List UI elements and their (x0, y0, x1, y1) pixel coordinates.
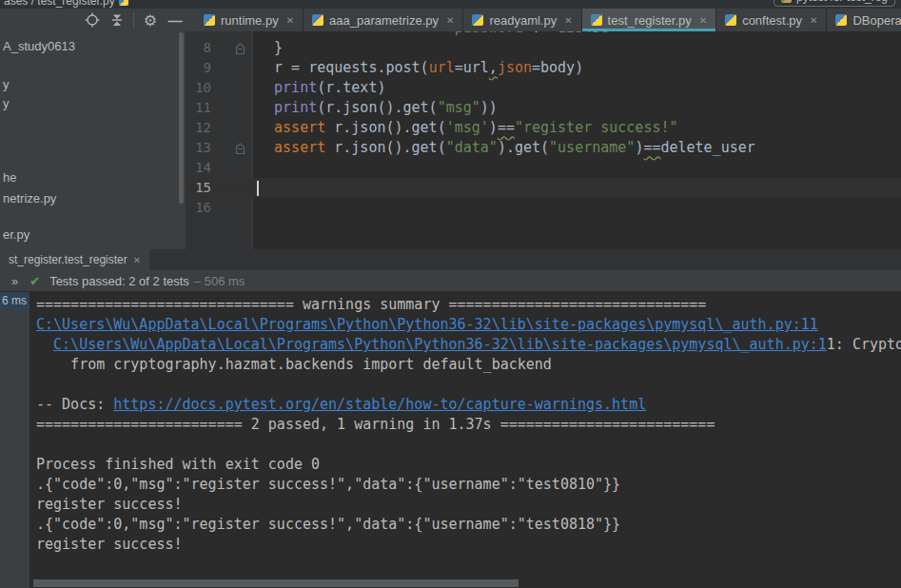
code-line[interactable]: 13 assert r.json().get("data").get("user… (186, 138, 901, 158)
chevrons-icon[interactable]: » (11, 274, 16, 288)
code-segment: )) (480, 99, 498, 116)
code-segment: "register success!" (515, 119, 678, 136)
code-text[interactable] (253, 178, 259, 198)
code-text[interactable] (253, 198, 257, 218)
console-text: register success! (36, 536, 183, 553)
gutter-cell[interactable]: 13 (186, 138, 253, 158)
console-output[interactable]: ============================== warnings … (29, 292, 901, 588)
tree-item[interactable]: netrize.py (3, 191, 56, 206)
close-icon[interactable]: ✕ (810, 15, 817, 26)
code-segment: (r.json().get( (317, 99, 437, 116)
tree-item[interactable]: y (3, 96, 10, 110)
close-icon[interactable]: ✕ (564, 15, 572, 26)
gutter-cell[interactable]: 8 (186, 38, 253, 58)
code-segment: ).get( (498, 139, 549, 156)
editor-tab-conftest-py[interactable]: conftest.py✕ (716, 9, 827, 31)
code-line[interactable]: 12 assert r.json().get('msg')=="register… (186, 118, 901, 138)
code-segment: =body) (532, 59, 583, 76)
code-segment (257, 31, 446, 36)
fold-marker-icon[interactable] (235, 142, 245, 159)
close-icon[interactable]: ✕ (133, 255, 141, 265)
code-text[interactable] (253, 158, 257, 178)
editor-tab-readyaml-py[interactable]: readyaml.py✕ (463, 9, 581, 31)
code-line[interactable]: 16 (186, 198, 901, 218)
code-text[interactable]: print(r.json().get("msg")) (253, 98, 498, 118)
console-line: .{"code":0,"msg":"register success!","da… (36, 515, 901, 535)
test-session-tab[interactable]: st_register.test_register ✕ (0, 249, 149, 270)
close-icon[interactable]: ✕ (446, 15, 454, 26)
close-icon[interactable]: ✕ (286, 15, 294, 26)
console-line: register success! (36, 495, 901, 515)
gutter-cell[interactable]: 9 (186, 58, 253, 78)
close-icon[interactable]: ✕ (699, 15, 707, 26)
code-text[interactable]: print(r.text) (253, 78, 385, 98)
python-file-icon (119, 0, 128, 6)
editor-tab-runtime-py[interactable]: runtime.py✕ (195, 9, 304, 31)
code-segment: "123456" (549, 31, 617, 36)
fold-marker-icon[interactable] (235, 42, 245, 59)
project-scrollbar[interactable] (179, 32, 184, 204)
code-line[interactable]: 8 } (186, 38, 901, 58)
code-line[interactable]: 9 r = requests.post(url=url,json=body) (186, 58, 901, 78)
code-segment (257, 99, 274, 116)
test-duration-item[interactable]: 6 ms (0, 292, 29, 310)
line-number: 15 (195, 178, 211, 198)
code-text[interactable]: "password": "123456" (253, 31, 617, 38)
line-number: 16 (195, 198, 211, 218)
python-file-icon (591, 14, 602, 26)
tree-item[interactable]: er.py (3, 227, 29, 242)
code-text[interactable]: r = requests.post(url=url,json=body) (253, 58, 583, 78)
code-text[interactable]: } (253, 38, 283, 58)
gutter-cell[interactable]: 12 (186, 118, 253, 138)
locate-icon[interactable] (80, 10, 105, 30)
breadcrumb[interactable]: ases / test_register.py (4, 0, 128, 9)
console-text: 1: Crypto (827, 336, 901, 353)
console-line: Process finished with exit code 0 (36, 455, 901, 475)
console-link[interactable]: https://docs.pytest.org/en/stable/how-to… (113, 396, 646, 413)
code-line[interactable]: 15 (186, 178, 901, 198)
console-horizontal-scrollbar[interactable] (33, 579, 519, 587)
code-text[interactable]: assert r.json().get('msg')=="register su… (253, 118, 678, 138)
console-link[interactable]: C:\Users\Wu\AppData\Local\Programs\Pytho… (36, 316, 818, 333)
gutter-cell (186, 31, 253, 38)
hide-panel-icon[interactable]: — (163, 10, 187, 30)
code-segment: r.json().get( (334, 119, 445, 136)
console-line: C:\Users\Wu\AppData\Local\Programs\Pytho… (36, 335, 901, 355)
tree-item[interactable]: y (3, 77, 10, 91)
gutter-cell[interactable]: 15 (186, 178, 253, 198)
code-line[interactable]: 11 print(r.json().get("msg")) (186, 98, 901, 118)
code-segment: "username" (549, 139, 635, 156)
python-file-icon (835, 14, 847, 26)
code-text[interactable]: assert r.json().get("data").get("usernam… (253, 138, 755, 158)
code-segment: : (532, 31, 549, 36)
run-configuration-selector[interactable]: pytest for test_reg (774, 0, 895, 7)
code-line[interactable]: 14 (186, 158, 901, 178)
code-segment: r.json().get( (334, 139, 445, 156)
code-line-partial[interactable]: "password": "123456" (186, 31, 901, 38)
test-tree-column[interactable]: 6 ms (0, 292, 29, 588)
project-tree[interactable]: A_study0613yyhenetrize.pyer.py (0, 31, 186, 249)
console-text (36, 336, 53, 353)
console-line: from cryptography.hazmat.backends import… (36, 355, 901, 375)
code-segment: =url (455, 59, 489, 76)
code-segment: } (257, 39, 283, 56)
tree-item[interactable]: A_study0613 (3, 39, 75, 53)
code-editor[interactable]: "password": "123456"8 }9 r = requests.po… (186, 31, 901, 249)
editor-lines: "password": "123456"8 }9 r = requests.po… (186, 31, 901, 218)
editor-tab-test_register-py[interactable]: test_register.py✕ (582, 9, 717, 31)
code-line[interactable]: 10 print(r.text) (186, 78, 901, 98)
console-link[interactable]: C:\Users\Wu\AppData\Local\Programs\Pytho… (53, 336, 827, 353)
editor-tab-aaa_parametrize-py[interactable]: aaa_parametrize.py✕ (304, 9, 463, 31)
settings-icon[interactable]: ⚙ (138, 10, 163, 30)
code-segment (257, 79, 274, 96)
tree-item[interactable]: he (3, 170, 16, 185)
gutter-cell[interactable]: 10 (186, 78, 253, 98)
code-segment: delete_user (660, 139, 754, 156)
editor-tab-DBopera-py[interactable]: DBopera.py✕ (827, 9, 901, 31)
line-number: 8 (204, 38, 211, 58)
gutter-cell[interactable]: 14 (186, 158, 253, 178)
gutter-cell[interactable]: 11 (186, 98, 253, 118)
collapse-all-icon[interactable] (105, 10, 129, 30)
gutter-cell[interactable]: 16 (186, 198, 253, 218)
line-number: 11 (195, 98, 211, 118)
